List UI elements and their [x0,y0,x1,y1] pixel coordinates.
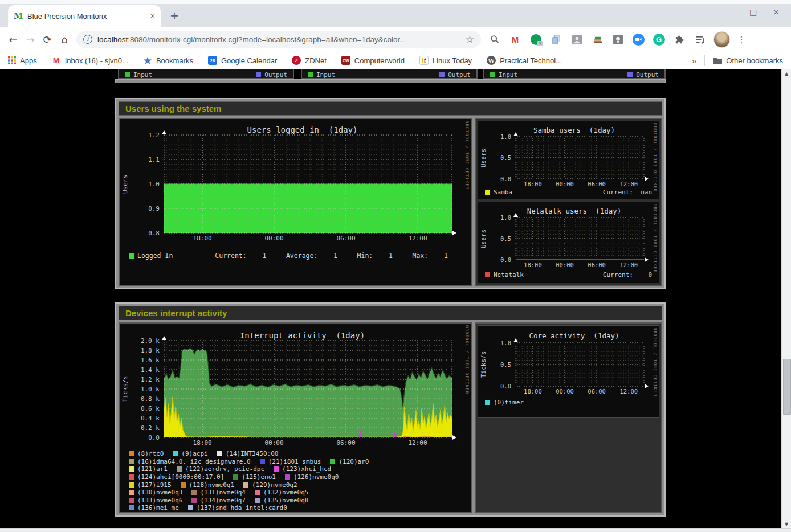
legend-swatch [274,466,279,472]
x-tick-label: 06:00 [582,261,611,268]
gmail-icon[interactable]: M [508,32,522,46]
search-icon[interactable] [488,32,501,46]
vertical-scrollbar[interactable]: ▲ ▼ [781,69,791,529]
bookmark-star-icon[interactable]: ☆ [466,34,474,45]
legend-item: Logged In [129,252,173,260]
scrollbar-thumb[interactable] [783,359,791,415]
zdnet-icon: Z [292,56,301,65]
chart-title: Interrupt activity (1day) [153,331,452,340]
books-stack-icon[interactable] [590,32,604,46]
legend-swatch [243,482,248,488]
x-tick-label: 12:00 [614,388,643,395]
bookmark-apps[interactable]: Apps [8,56,37,65]
scroll-up-arrow[interactable]: ▲ [782,71,791,76]
reading-list-icon[interactable] [693,32,707,46]
bookmark-zdnet[interactable]: Z ZDNet [292,56,327,65]
extensions-puzzle-icon[interactable] [672,32,686,46]
partial-graphs-row: Input Output Input Output Input Output [115,69,666,84]
partial-graph-panel[interactable]: Input Output [118,69,294,79]
close-button[interactable]: × [773,7,780,17]
legend-swatch [330,459,335,464]
partial-graph-panel[interactable]: Input Output [301,69,478,79]
bookmark-practical-technology[interactable]: W Practical Technol... [487,56,562,65]
bookmarks-overflow-chevron[interactable]: » [692,56,696,66]
address-bar[interactable]: i localhost:8080/monitorix-cgi/monitorix… [76,31,481,48]
bookmark-inbox[interactable]: M Inbox (16) - sjvn0... [52,56,128,65]
url-text[interactable]: localhost:8080/monitorix-cgi/monitorix.c… [97,35,462,44]
interrupt-activity-graph[interactable]: Interrupt activity (1day)Ticks/s2.0 k1.8… [119,322,472,513]
x-tick-label: 18:00 [518,261,548,268]
monitorix-page: Input Output Input Output Input Output U… [0,69,791,532]
new-tab-button[interactable]: + [170,9,179,22]
forward-button[interactable]: → [22,34,39,46]
x-tick-label: 12:00 [614,181,643,187]
chart-title: Netatalk users (1day) [504,207,644,215]
person-extension-icon[interactable] [570,32,584,46]
y-tick-label: 1.0 [478,133,511,140]
maximize-button[interactable]: □ [749,7,757,17]
legend-item: (135)nvme0q8 [255,497,308,504]
legend-item: (120)ar0 [330,458,369,465]
chart-plot [516,218,644,260]
tab-strip: M Blue Precision Monitorix × + – □ × [0,0,791,27]
legend-item: (132)nvme0q5 [255,489,308,496]
samba-users-graph[interactable]: Samba users (1day)Users1.00.50.018:0000:… [478,121,659,199]
legend-output: Output [627,71,659,79]
rrdtool-credit: RRDTOOL / TOBI OETIKER [464,121,470,190]
site-info-icon[interactable]: i [83,35,92,44]
netatalk-users-graph[interactable]: Netatalk users (1day)Users1.00.50.018:00… [478,202,659,283]
tab-title: Blue Precision Monitorix [27,12,146,21]
video-camera-icon[interactable] [631,32,645,46]
x-axis-arrow [452,231,456,235]
x-tick-label: 06:00 [331,235,361,242]
legend-item: (131)nvme0q4 [191,489,245,496]
other-bookmarks[interactable]: Other bookmarks [713,56,783,65]
section-right-cell: Core activity (1day)Ticks/s1.00.50.018:0… [475,322,662,513]
y-tick-label: 0.9 [120,205,160,212]
bookmark-computerworld[interactable]: CW Computerworld [341,56,405,65]
section-bottom-strip [115,79,666,83]
legend-swatch [255,498,260,503]
partial-graph-panel[interactable]: Input Output [483,69,666,79]
x-tick-label: 06:00 [582,388,611,395]
y-tick-label: 0.5 [478,235,511,242]
legend-swatch [490,72,495,77]
chart-plot [516,343,644,386]
legend-item: Netatalk [485,271,524,279]
bookmarks-bar: Apps M Inbox (16) - sjvn0... ★ Bookmarks… [0,52,791,69]
empty-cell [478,420,659,510]
google-voice-icon[interactable]: ? [529,32,543,46]
tab-close-icon[interactable]: × [150,11,155,21]
minimize-button[interactable]: – [729,7,733,17]
browser-tab[interactable]: M Blue Precision Monitorix × [8,5,161,27]
bookmark-google-calendar[interactable]: 28 Google Calendar [208,56,277,65]
reload-button[interactable]: ⟳ [39,34,56,46]
y-tick-label: 0.5 [478,154,511,161]
legend-swatch [308,72,313,77]
profile-avatar[interactable] [713,31,730,48]
legend-swatch [191,490,197,495]
home-button[interactable]: ⌂ [56,34,73,46]
badge-question: ? [537,41,543,46]
chart-legend: SambaCurrent: -nan [485,189,652,196]
y-tick-label: 1.6 k [120,357,160,364]
rrdtool-credit: RRDTOOL / TOBI OETIKER [653,204,658,273]
monitorix-favicon: M [14,11,23,21]
x-tick-label: 18:00 [518,181,548,187]
lamp-extension-icon[interactable] [611,32,625,46]
y-tick-label: 2.0 k [120,337,160,345]
scroll-down-arrow[interactable]: ▼ [782,522,791,527]
legend-item: Samba [485,189,512,196]
y-tick-label: 1.2 k [120,376,160,383]
back-button[interactable]: ← [5,34,22,46]
bookmark-bookmarks[interactable]: ★ Bookmarks [143,56,193,65]
copy-pages-icon[interactable] [549,32,563,46]
chart-legend: NetatalkCurrent: 0 [485,271,652,279]
bookmark-linux-today[interactable]: t Linux Today [419,56,472,65]
users-logged-in-graph[interactable]: Users logged in (1day)Users1.21.11.00.90… [119,118,472,286]
menu-kebab-icon[interactable]: ⋮ [737,34,746,45]
grammarly-icon[interactable]: G [652,32,666,46]
section-title: Devices interrupt activity [119,306,662,320]
rrdtool-credit: RRDTOOL / TOBI OETIKER [464,325,470,394]
core-activity-graph[interactable]: Core activity (1day)Ticks/s1.00.50.018:0… [478,325,659,418]
